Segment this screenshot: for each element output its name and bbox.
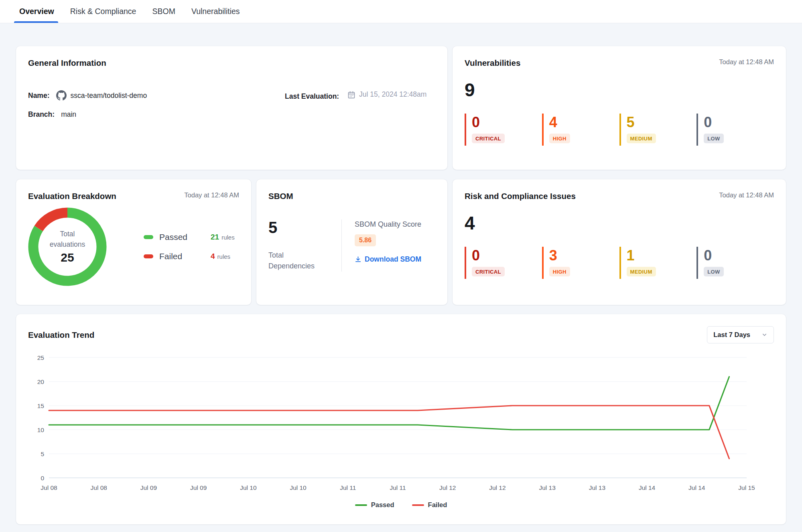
general-info-row-name: Name: ssca-team/todolist-demo Last Evalu… — [28, 90, 435, 101]
sbom-divider — [341, 219, 342, 272]
passed-count: 21 — [211, 233, 219, 242]
trend-passed-label: Passed — [371, 501, 394, 509]
branch-label: Branch: — [28, 110, 55, 119]
risk-critical-stat: 0 CRITICAL — [465, 247, 542, 279]
tab-vulnerabilities-label: Vulnerabilities — [191, 7, 240, 16]
vulnerabilities-title: Vulnerabilities — [465, 58, 520, 68]
trend-x-tick-label: Jul 11 — [390, 484, 406, 491]
vuln-low-count: 0 — [704, 114, 774, 130]
passed-pill-icon — [144, 235, 153, 239]
failed-label: Failed — [159, 252, 199, 261]
name-label: Name: — [28, 91, 50, 100]
trend-x-tick-label: Jul 10 — [240, 484, 257, 491]
vuln-critical-badge: CRITICAL — [472, 134, 505, 143]
risk-critical-badge: CRITICAL — [472, 267, 505, 276]
download-sbom-link[interactable]: Download SBOM — [355, 255, 421, 264]
passed-line-icon — [355, 504, 367, 506]
trend-x-tick-label: Jul 15 — [738, 484, 755, 491]
risk-high-count: 3 — [549, 248, 619, 264]
sbom-quality-score-label: SBOM Quality Score — [355, 220, 421, 229]
top-tab-bar: Overview Risk & Compliance SBOM Vulnerab… — [0, 0, 802, 23]
risk-medium-stat: 1 MEDIUM — [619, 247, 697, 279]
time-range-select[interactable]: Last 7 Days — [707, 326, 774, 343]
trend-svg: 0510152025Jul 08Jul 08Jul 09Jul 09Jul 10… — [28, 352, 763, 492]
trend-legend-passed: Passed — [355, 501, 394, 509]
failed-line-icon — [412, 504, 424, 506]
sbom-total-dependencies-value: 5 — [268, 219, 329, 236]
evaluation-breakdown-title: Evaluation Breakdown — [28, 191, 116, 201]
card-general-information: General Information Name: ssca-team/todo… — [16, 46, 447, 170]
trend-x-tick-label: Jul 09 — [190, 484, 207, 491]
tab-risk-compliance-label: Risk & Compliance — [70, 7, 136, 16]
risk-low-badge: LOW — [704, 267, 724, 276]
vuln-medium-stat: 5 MEDIUM — [619, 114, 697, 146]
donut-center-value: 25 — [61, 251, 74, 264]
trend-x-tick-label: Jul 12 — [439, 484, 456, 491]
calendar-icon — [347, 91, 355, 99]
vuln-low-stat: 0 LOW — [696, 114, 774, 146]
trend-line-passed — [49, 377, 729, 430]
repo-name-value: ssca-team/todolist-demo — [71, 91, 147, 100]
risk-severity-row: 0 CRITICAL 3 HIGH 1 MEDIUM 0 LOW — [465, 247, 774, 279]
legend-row-failed: Failed 4 rules — [144, 252, 235, 261]
branch-value: main — [61, 110, 76, 119]
risk-medium-count: 1 — [627, 248, 697, 264]
github-icon — [56, 90, 67, 101]
general-information-title: General Information — [28, 58, 435, 68]
evaluation-trend-chart: 0510152025Jul 08Jul 08Jul 09Jul 09Jul 10… — [28, 352, 774, 494]
breakdown-legend: Passed 21 rules Failed 4 rules — [144, 232, 235, 261]
risk-compliance-title: Risk and Compliance Issues — [465, 191, 576, 201]
download-icon — [355, 256, 361, 263]
trend-y-tick-label: 0 — [41, 475, 44, 481]
risk-low-stat: 0 LOW — [696, 247, 774, 279]
time-range-value: Last 7 Days — [713, 331, 750, 339]
trend-x-tick-label: Jul 14 — [639, 484, 656, 491]
trend-x-tick-label: Jul 14 — [688, 484, 705, 491]
trend-y-tick-label: 20 — [37, 378, 45, 385]
trend-legend-failed: Failed — [412, 501, 447, 509]
tab-overview[interactable]: Overview — [19, 0, 54, 23]
failed-count: 4 — [211, 252, 215, 261]
tab-vulnerabilities[interactable]: Vulnerabilities — [191, 0, 240, 23]
chevron-down-icon — [761, 332, 767, 338]
vuln-high-stat: 4 HIGH — [542, 114, 619, 146]
risk-high-badge: HIGH — [549, 267, 570, 276]
card-sbom: SBOM 5 Total Dependencies SBOM Quality S… — [256, 179, 447, 305]
sbom-total-dependencies-label: Total Dependencies — [268, 250, 325, 272]
trend-line-failed — [49, 406, 729, 459]
card-risk-compliance-issues: Risk and Compliance Issues Today at 12:4… — [453, 179, 786, 305]
passed-label: Passed — [159, 232, 199, 242]
trend-y-tick-label: 10 — [37, 426, 45, 433]
trend-failed-label: Failed — [428, 501, 447, 509]
card-vulnerabilities: Vulnerabilities Today at 12:48 AM 9 0 CR… — [453, 46, 786, 170]
sbom-title: SBOM — [268, 191, 435, 201]
failed-pill-icon — [144, 254, 153, 258]
vuln-critical-stat: 0 CRITICAL — [465, 114, 542, 146]
trend-y-tick-label: 15 — [37, 402, 44, 409]
trend-x-tick-label: Jul 12 — [489, 484, 506, 491]
risk-compliance-timestamp: Today at 12:48 AM — [719, 191, 774, 199]
vuln-high-badge: HIGH — [549, 134, 570, 143]
legend-row-passed: Passed 21 rules — [144, 232, 235, 242]
vuln-medium-count: 5 — [627, 114, 697, 130]
trend-x-tick-label: Jul 13 — [539, 484, 555, 491]
donut-center-label: Totalevaluations — [50, 229, 85, 250]
failed-unit: rules — [217, 253, 231, 260]
risk-critical-count: 0 — [472, 248, 542, 264]
general-info-row-branch: Branch: main — [28, 110, 435, 119]
vuln-high-count: 4 — [549, 114, 619, 130]
tab-risk-compliance[interactable]: Risk & Compliance — [70, 0, 136, 23]
risk-compliance-total: 4 — [465, 214, 774, 232]
evaluations-donut-chart: Totalevaluations 25 — [28, 207, 107, 286]
download-sbom-label: Download SBOM — [365, 255, 421, 264]
vuln-low-badge: LOW — [704, 134, 724, 143]
risk-high-stat: 3 HIGH — [542, 247, 619, 279]
tab-sbom-label: SBOM — [152, 7, 175, 16]
vuln-medium-badge: MEDIUM — [627, 134, 656, 143]
last-evaluation-label: Last Evaluation: — [285, 92, 339, 100]
tab-sbom[interactable]: SBOM — [152, 0, 175, 23]
vulnerabilities-total: 9 — [465, 81, 774, 99]
trend-x-tick-label: Jul 10 — [290, 484, 307, 491]
trend-x-tick-label: Jul 09 — [140, 484, 157, 491]
risk-low-count: 0 — [704, 248, 774, 264]
